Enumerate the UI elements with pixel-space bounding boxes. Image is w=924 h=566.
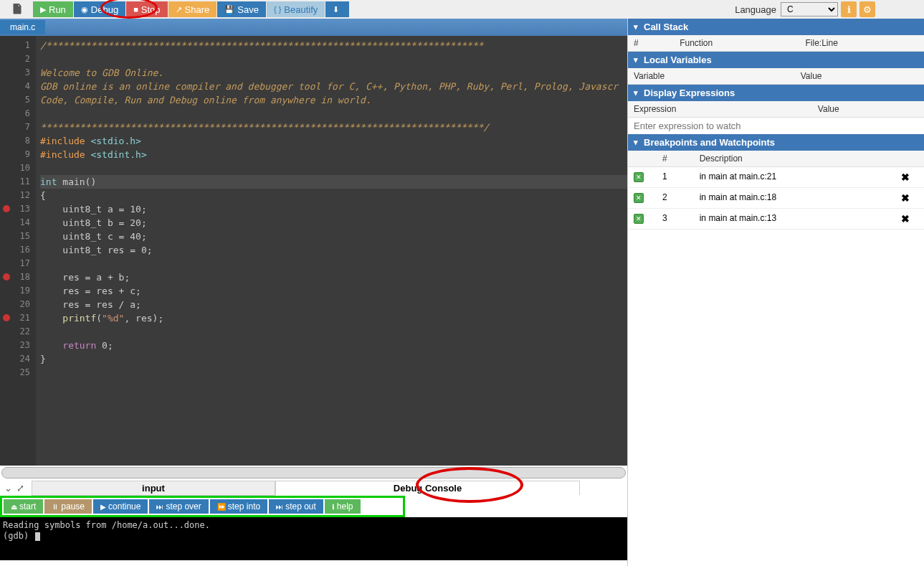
start-button[interactable]: ⏏start [4,499,43,514]
debug-button[interactable]: ◉Debug [74,1,125,17]
call-stack-table: #FunctionFile:Line [628,35,924,52]
cursor-icon [35,532,40,541]
gutter-line[interactable]: 15 [0,230,36,243]
step-out-label: step out [285,501,316,511]
gutter-line-breakpoint[interactable]: 18 [0,270,36,284]
code-text: res = a + b; [40,272,130,283]
gutter-line[interactable]: 7 [0,121,36,134]
info-icon: ℹ [332,503,335,511]
play-icon: ▶ [100,503,106,511]
watch-expression-input[interactable] [628,118,924,134]
local-variables-title: Local Variables [644,55,712,65]
help-button[interactable]: ℹhelp [325,499,361,514]
call-stack-header[interactable]: ▾Call Stack [628,19,924,35]
display-expressions-header[interactable]: ▾Display Expressions [628,85,924,101]
gutter-line[interactable]: 19 [0,284,36,298]
breakpoint-enabled-icon[interactable]: ✕ [634,193,644,203]
download-icon: ⬇ [333,5,339,14]
help-label: help [337,501,353,511]
pause-button[interactable]: ⏸pause [44,499,92,514]
code-editor[interactable]: 1 2 3 4 5 6 7 8 9 10 11 12 13 14 15 16 1… [0,36,627,466]
input-tab[interactable]: input [32,481,275,496]
gutter-line[interactable]: 14 [0,216,36,230]
editor-tab-bar: main.c [0,19,627,36]
code-text: return [62,340,96,351]
code-text: "%d" [102,313,124,324]
beautify-button[interactable]: { }Beautify [267,1,325,17]
debug-console[interactable]: Reading symbols from /home/a.out...done.… [0,517,627,560]
code-text: Code, Compile, Run and Debug online from… [40,95,371,105]
display-expressions-title: Display Expressions [644,88,735,98]
step-into-button[interactable]: ⏩step into [210,499,267,514]
breakpoint-enabled-icon[interactable]: ✕ [634,172,644,182]
gutter-line[interactable]: 10 [0,161,36,175]
gutter-line[interactable]: 8 [0,134,36,148]
gutter-line[interactable]: 12 [0,189,36,202]
code-text: uint8_t a = 10; [40,204,147,214]
gutter-line[interactable]: 3 [0,66,36,80]
delete-breakpoint-button[interactable]: ✖ [901,213,910,225]
delete-breakpoint-button[interactable]: ✖ [901,171,910,183]
call-stack-title: Call Stack [644,22,688,32]
language-select[interactable]: C [781,2,838,16]
new-file-button[interactable] [6,1,29,17]
gutter-line[interactable]: 1 [0,39,36,52]
stop-button[interactable]: ■Stop [126,1,167,17]
code-text: uint8_t b = 20; [40,217,147,228]
stop-icon: ■ [133,5,138,14]
expand-icon[interactable]: ⤢ [16,483,24,494]
code-text [40,313,62,324]
chevron-down-icon: ▾ [634,22,638,32]
code-text: /***************************************… [40,40,483,51]
settings-button[interactable]: ⚙ [859,1,875,17]
code-area[interactable]: /***************************************… [36,36,627,466]
chevron-down-icon[interactable]: ⌄ [4,483,12,494]
local-variables-header[interactable]: ▾Local Variables [628,52,924,68]
info-button[interactable]: ℹ [841,1,857,17]
breakpoint-enabled-icon[interactable]: ✕ [634,214,644,224]
horizontal-scrollbar[interactable] [1,467,626,478]
tab-main-c[interactable]: main.c [0,20,45,34]
breakpoint-num: 1 [657,167,694,188]
gutter-line[interactable]: 20 [0,298,36,311]
gutter-line[interactable]: 4 [0,80,36,93]
breakpoints-header[interactable]: ▾Breakpoints and Watchpoints [628,134,924,151]
col-file-line: File:Line [800,35,924,52]
beautify-label: Beautify [284,4,318,15]
gutter-line[interactable]: 17 [0,257,36,270]
step-over-icon: ⏭ [156,503,163,511]
debug-console-tab[interactable]: Debug Console [275,481,580,495]
gutter-line-breakpoint[interactable]: 21 [0,311,36,325]
continue-button[interactable]: ▶continue [93,499,148,514]
save-button[interactable]: 💾Save [217,1,266,17]
save-label: Save [237,4,259,15]
share-button[interactable]: ↗Share [168,1,217,17]
step-out-icon: ⏭ [276,503,283,511]
gutter-line[interactable]: 24 [0,352,36,366]
gutter-line[interactable]: 11 [0,175,36,189]
breakpoint-desc: in main at main.c:18 [694,188,895,209]
col-variable: Variable [628,68,795,85]
col-index: # [657,151,694,167]
code-text: printf [62,313,96,324]
gutter-line[interactable]: 25 [0,366,36,379]
gutter-line[interactable]: 9 [0,148,36,161]
delete-breakpoint-button[interactable]: ✖ [901,192,910,204]
step-out-button[interactable]: ⏭step out [269,499,323,514]
gutter-line-breakpoint[interactable]: 13 [0,202,36,216]
download-button[interactable]: ⬇ [325,1,349,17]
gear-icon: ⚙ [863,4,872,15]
code-text: { [40,190,46,201]
code-text: , res); [124,313,163,324]
gutter-line[interactable]: 5 [0,93,36,107]
run-button[interactable]: ▶Run [33,1,73,17]
breakpoint-num: 2 [657,188,694,209]
gutter-line[interactable]: 2 [0,52,36,66]
gutter-line[interactable]: 6 [0,107,36,121]
gutter-line[interactable]: 22 [0,325,36,339]
code-text: res = res + c; [40,286,141,296]
gutter-line[interactable]: 23 [0,339,36,352]
step-over-button[interactable]: ⏭step over [149,499,208,514]
language-label: Language [735,4,776,15]
gutter-line[interactable]: 16 [0,243,36,257]
